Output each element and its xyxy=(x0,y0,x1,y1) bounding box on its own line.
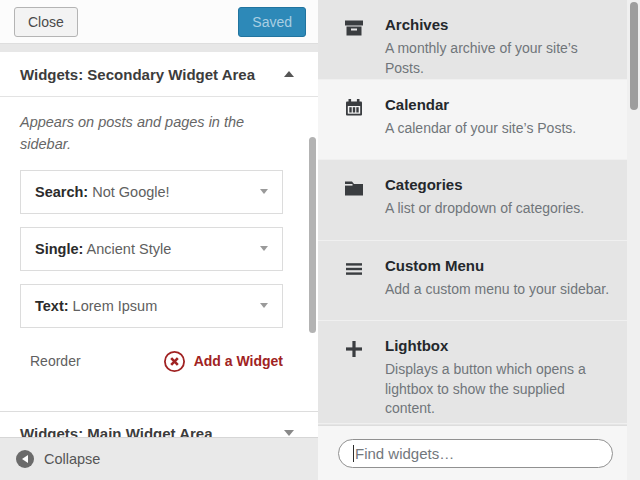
divider xyxy=(0,44,318,52)
widget-search[interactable]: Search: Not Google! xyxy=(20,170,283,214)
widget-search-bar xyxy=(318,425,627,480)
widget-description: Add a custom menu to your sidebar. xyxy=(385,280,609,300)
widget-instance-label: Not Google! xyxy=(92,184,169,200)
archive-icon xyxy=(343,17,365,39)
close-button[interactable]: Close xyxy=(14,7,78,37)
search-pill xyxy=(338,439,613,468)
chevron-up-icon xyxy=(284,71,294,77)
widget-type-label: Single: xyxy=(35,241,83,257)
chevron-down-icon xyxy=(284,430,294,436)
widget-text: Lightbox Displays a button which opens a… xyxy=(385,337,612,423)
widget-actions-row: Reorder Add a Widget xyxy=(20,350,283,373)
widget-instance-label: Ancient Style xyxy=(87,241,172,257)
section-secondary-widget-area[interactable]: Widgets: Secondary Widget Area xyxy=(0,52,318,97)
available-widget-lightbox[interactable]: Lightbox Displays a button which opens a… xyxy=(318,321,627,424)
customizer-sidebar: Close Saved Widgets: Secondary Widget Ar… xyxy=(0,0,318,480)
widget-description: Displays a button which opens a lightbox… xyxy=(385,360,612,419)
add-widget-button[interactable]: Add a Widget xyxy=(163,350,283,373)
widgets-scrollbar[interactable] xyxy=(630,2,638,110)
find-widgets-input[interactable] xyxy=(338,439,613,468)
widget-description: A calendar of your site’s Posts. xyxy=(385,119,576,139)
widget-type-label: Search: xyxy=(35,184,88,200)
collapse-sidebar-button[interactable]: Collapse xyxy=(0,437,318,480)
widget-title: Search: Not Google! xyxy=(35,184,170,200)
widget-text[interactable]: Text: Lorem Ipsum xyxy=(20,284,283,328)
close-circle-icon xyxy=(163,350,186,373)
chevron-down-icon xyxy=(260,246,268,251)
customizer-top-bar: Close Saved xyxy=(0,0,318,44)
available-widgets-panel: Archives A monthly archive of your site’… xyxy=(318,0,640,480)
plus-icon xyxy=(343,338,365,360)
sidebar-description: Appears on posts and pages in the sideba… xyxy=(20,112,283,156)
available-widget-custom-menu[interactable]: Custom Menu Add a custom menu to your si… xyxy=(318,241,627,321)
menu-icon xyxy=(343,258,365,280)
chevron-down-icon xyxy=(260,303,268,308)
available-widgets-list: Archives A monthly archive of your site’… xyxy=(318,0,627,424)
add-widget-label: Add a Widget xyxy=(194,353,283,369)
widget-title: Archives xyxy=(385,16,612,33)
widget-text: Categories A list or dropdown of categor… xyxy=(385,176,584,240)
text-caret xyxy=(353,445,354,462)
calendar-icon xyxy=(343,97,365,119)
widget-title: Calendar xyxy=(385,96,576,113)
widget-text: Archives A monthly archive of your site’… xyxy=(385,16,612,79)
collapse-label: Collapse xyxy=(44,451,100,467)
widget-type-label: Text: xyxy=(35,298,69,314)
saved-button[interactable]: Saved xyxy=(238,7,306,37)
customizer-widgets-screen: Close Saved Widgets: Secondary Widget Ar… xyxy=(0,0,640,480)
widget-title: Custom Menu xyxy=(385,257,609,274)
widgets-scroll-track[interactable] xyxy=(627,0,640,480)
chevron-down-icon xyxy=(260,189,268,194)
widget-description: A list or dropdown of categories. xyxy=(385,199,584,219)
folder-icon xyxy=(343,177,365,199)
section-title: Widgets: Secondary Widget Area xyxy=(20,66,255,83)
widget-text: Calendar A calendar of your site’s Posts… xyxy=(385,96,576,159)
available-widget-archives[interactable]: Archives A monthly archive of your site’… xyxy=(318,0,627,80)
widget-description: A monthly archive of your site’s Posts. xyxy=(385,39,612,78)
widget-title: Lightbox xyxy=(385,337,612,354)
available-widget-calendar[interactable]: Calendar A calendar of your site’s Posts… xyxy=(318,80,627,160)
section-content: Appears on posts and pages in the sideba… xyxy=(0,97,318,411)
widget-title: Categories xyxy=(385,176,584,193)
widget-single[interactable]: Single: Ancient Style xyxy=(20,227,283,271)
sidebar-scrollbar[interactable] xyxy=(309,137,316,333)
widget-title: Text: Lorem Ipsum xyxy=(35,298,157,314)
widget-instance-label: Lorem Ipsum xyxy=(73,298,158,314)
reorder-button[interactable]: Reorder xyxy=(30,353,81,369)
collapse-arrow-icon xyxy=(16,450,34,468)
available-widget-categories[interactable]: Categories A list or dropdown of categor… xyxy=(318,160,627,241)
widget-text: Custom Menu Add a custom menu to your si… xyxy=(385,257,609,320)
widget-title: Single: Ancient Style xyxy=(35,241,171,257)
